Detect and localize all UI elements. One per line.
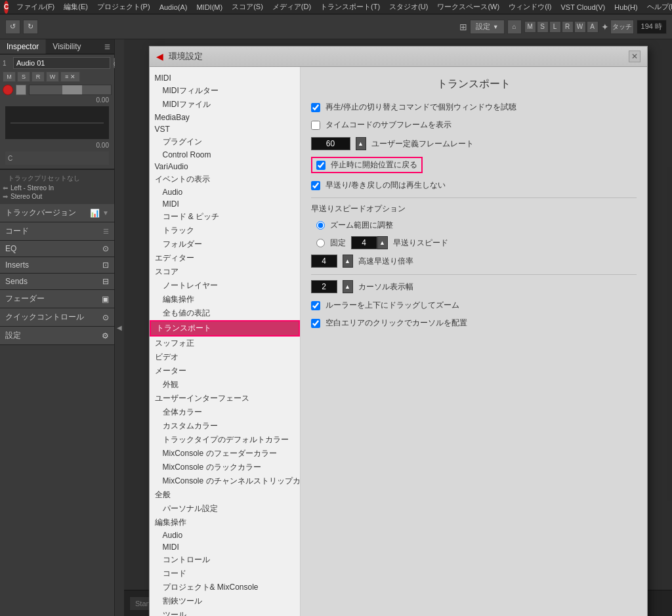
tree-item-event-display[interactable]: イベントの表示	[150, 173, 300, 186]
tree-item-score-notation[interactable]: 全も値の表記	[150, 306, 300, 320]
checkbox-no-play-while-rew[interactable]	[311, 181, 320, 190]
tree-item-video[interactable]: ビデオ	[150, 350, 300, 364]
undo-button[interactable]: ↺	[5, 20, 20, 34]
checkbox-blank-click[interactable]	[311, 319, 320, 328]
menu-transport[interactable]: トランスポート(T)	[316, 1, 384, 13]
section-inserts[interactable]: Inserts ⊡	[0, 257, 114, 274]
tree-item-ui-mixconsole-fader[interactable]: MixConsole のフェーダーカラー	[150, 447, 300, 461]
tree-item-plugins[interactable]: プラグイン	[150, 135, 300, 149]
radio-zoom-input[interactable]	[316, 221, 325, 230]
tree-item-ui-mixconsole-rack[interactable]: MixConsole のラックカラー	[150, 461, 300, 474]
menu-midi[interactable]: MIDI(M)	[192, 2, 226, 12]
section-sends[interactable]: Sends ⊟	[0, 274, 114, 290]
tree-item-ui-mixconsole-channel[interactable]: MixConsole のチャンネルストリップカラー	[150, 474, 300, 488]
ctrl-w[interactable]: W	[46, 72, 59, 82]
tree-item-transport[interactable]: トランスポート	[150, 320, 300, 337]
framerate-spin-up[interactable]: ▲	[356, 137, 366, 150]
framerate-input[interactable]: 60	[311, 137, 350, 150]
tree-item-event-midi[interactable]: MIDI	[150, 198, 300, 210]
section-chord[interactable]: コード ☰	[0, 222, 114, 241]
tree-item-editor[interactable]: エディター	[150, 251, 300, 265]
touch-btn[interactable]: タッチ	[610, 20, 634, 34]
tree-item-user-interface[interactable]: ユーザーインターフェース	[150, 392, 300, 405]
record-button[interactable]	[3, 85, 13, 95]
tree-item-midi-file[interactable]: MIDIファイル	[150, 98, 300, 112]
tree-item-edit-project[interactable]: プロジェクト& MixConsole	[150, 581, 300, 594]
track-name-input[interactable]	[13, 57, 110, 69]
section-track-version[interactable]: トラックバージョン 📊 ▼	[0, 204, 114, 222]
tree-item-meter-appearance[interactable]: 外観	[150, 378, 300, 392]
letter-l[interactable]: L	[549, 21, 561, 33]
letter-a[interactable]: A	[587, 21, 598, 33]
ctrl-r[interactable]: R	[32, 72, 45, 82]
tree-item-score[interactable]: スコア	[150, 265, 300, 279]
radio-fixed-input[interactable]	[316, 239, 325, 247]
ff-speed-spin[interactable]: ▲	[377, 236, 388, 249]
tree-item-edit-midi[interactable]: MIDI	[150, 541, 300, 553]
menu-audio[interactable]: Audio(A)	[156, 2, 192, 12]
menu-vst-cloud[interactable]: VST Cloud(V)	[557, 2, 610, 12]
play-button[interactable]	[16, 85, 26, 95]
high-speed-spin[interactable]: ▲	[343, 255, 353, 268]
menu-workspace[interactable]: ワークスペース(W)	[433, 1, 503, 13]
tree-item-ui-tracktype[interactable]: トラックタイプのデフォルトカラー	[150, 433, 300, 447]
tree-item-ui-all-colors[interactable]: 全体カラー	[150, 405, 300, 419]
tree-item-editing[interactable]: 編集操作	[150, 516, 300, 529]
menu-window[interactable]: ウィンドウ(I)	[505, 1, 555, 13]
section-eq[interactable]: EQ ⊙	[0, 241, 114, 257]
dialog-close-button[interactable]: ✕	[629, 51, 640, 62]
tree-item-event-folder[interactable]: フォルダー	[150, 237, 300, 251]
tree-item-personal[interactable]: パーソナル設定	[150, 502, 300, 516]
ctrl-s[interactable]: S	[17, 72, 30, 82]
section-quick-control[interactable]: クイックコントロール ⊙	[0, 308, 114, 327]
tabs-menu-btn[interactable]: ☰	[100, 41, 114, 53]
checkbox-return-to-start[interactable]	[316, 161, 326, 170]
checkbox-ruler-zoom[interactable]	[311, 301, 320, 310]
menu-media[interactable]: メディア(D)	[268, 1, 315, 13]
settings-icon[interactable]: ⌂	[507, 20, 522, 34]
settings-dropdown[interactable]: 設定 ▼	[470, 20, 505, 34]
menu-project[interactable]: プロジェクト(P)	[93, 1, 154, 13]
tree-item-general[interactable]: 全般	[150, 488, 300, 502]
menu-file[interactable]: ファイル(F)	[12, 1, 58, 13]
tree-item-event-track[interactable]: トラック	[150, 224, 300, 237]
tab-inspector[interactable]: Inspector	[0, 39, 46, 54]
tree-item-midi-filter[interactable]: MIDIフィルター	[150, 84, 300, 98]
tree-item-meter[interactable]: メーター	[150, 364, 300, 378]
menu-edit[interactable]: 編集(E)	[60, 1, 92, 13]
tree-item-edit-audio[interactable]: Audio	[150, 529, 300, 541]
tree-item-control-room[interactable]: Control Room	[150, 149, 300, 161]
redo-button[interactable]: ↻	[23, 20, 38, 34]
tree-item-edit-scissors[interactable]: 割鋏ツール	[150, 594, 300, 608]
tree-item-edit-chord[interactable]: コード	[150, 567, 300, 581]
menu-hub[interactable]: Hub(H)	[610, 2, 641, 12]
letter-s[interactable]: S	[537, 21, 549, 33]
collapse-arrow[interactable]: ◀	[115, 39, 124, 616]
tree-item-mediabay[interactable]: MediaBay	[150, 112, 300, 123]
letter-w[interactable]: W	[574, 21, 586, 33]
checkbox-timecode-subframes[interactable]	[311, 121, 320, 130]
tree-item-vst-l[interactable]: スッフォ正	[150, 337, 300, 350]
tree-item-event-audio[interactable]: Audio	[150, 186, 300, 198]
tree-item-edit-tools[interactable]: ツール	[150, 608, 300, 616]
tree-item-score-edit[interactable]: 編集操作	[150, 293, 300, 306]
cursor-width-spin[interactable]: ▲	[343, 280, 353, 293]
ctrl-menu[interactable]: ≡ ✕	[60, 72, 80, 82]
tree-item-ui-custom-color[interactable]: カスタムカラー	[150, 419, 300, 433]
tree-item-edit-control[interactable]: コントロール	[150, 553, 300, 567]
menu-score[interactable]: スコア(S)	[228, 1, 267, 13]
letter-m[interactable]: M	[524, 21, 536, 33]
tree-item-variaudio[interactable]: VariAudio	[150, 161, 300, 173]
cursor-width-input[interactable]: 2	[311, 280, 337, 293]
tree-item-event-chord[interactable]: コード & ピッチ	[150, 210, 300, 224]
tree-item-midi[interactable]: MIDI	[150, 72, 300, 84]
section-fader[interactable]: フェーダー ▣	[0, 290, 114, 308]
menu-help[interactable]: ヘルプ(L)	[643, 1, 672, 13]
high-speed-input[interactable]: 4	[311, 255, 337, 268]
letter-r[interactable]: R	[562, 21, 574, 33]
tree-item-score-notelayer[interactable]: ノートレイヤー	[150, 279, 300, 293]
ctrl-m[interactable]: M	[3, 72, 16, 82]
checkbox-playback-preview[interactable]	[311, 103, 320, 112]
tree-item-vst[interactable]: VST	[150, 123, 300, 135]
volume-fader[interactable]	[29, 85, 112, 95]
